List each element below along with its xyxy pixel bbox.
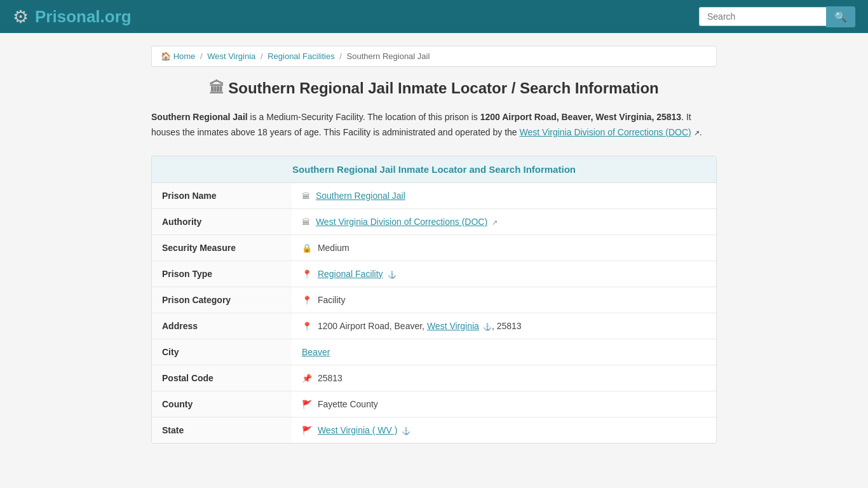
label-address: Address — [152, 313, 292, 339]
address-icon: 📍 — [302, 322, 312, 331]
postal-icon: 📌 — [302, 374, 312, 383]
value-state: 🚩 West Virginia ( WV ) ⚓ — [292, 417, 716, 443]
search-input[interactable] — [699, 7, 826, 26]
table-row: Prison Name 🏛 Southern Regional Jail — [152, 183, 716, 209]
desc-text1: is a Medium-Security Facility. The locat… — [248, 112, 480, 122]
page-title: 🏛Southern Regional Jail Inmate Locator /… — [151, 79, 717, 97]
security-value: Medium — [318, 243, 349, 253]
home-icon: 🏠 — [161, 51, 171, 61]
prison-type-anchor: ⚓ — [388, 271, 397, 278]
label-state: State — [152, 417, 292, 443]
description-section: Southern Regional Jail is a Medium-Secur… — [151, 110, 717, 140]
prison-type-icon: 📍 — [302, 269, 312, 279]
site-header: ⚙ Prisonal.org 🔍 — [0, 0, 868, 33]
prison-category-value: Facility — [318, 295, 346, 305]
label-prison-type: Prison Type — [152, 261, 292, 287]
prison-title-icon: 🏛 — [209, 79, 224, 97]
state-icon: 🚩 — [302, 426, 312, 435]
logo-main: Prisonal — [35, 7, 100, 26]
breadcrumb-home-link[interactable]: Home — [173, 51, 196, 61]
label-city: City — [152, 339, 292, 365]
breadcrumb-separator: / — [339, 51, 342, 61]
state-anchor: ⚓ — [402, 427, 410, 435]
ext-link-icon: ↗ — [694, 129, 700, 137]
info-table-body: Prison Name 🏛 Southern Regional Jail Aut… — [152, 183, 716, 443]
table-row: Security Measure 🔒 Medium — [152, 234, 716, 261]
value-prison-type: 📍 Regional Facility ⚓ — [292, 261, 716, 287]
breadcrumb-separator: / — [261, 51, 263, 61]
authority-icon: 🏛 — [302, 217, 310, 227]
address-text1: 1200 Airport Road, Beaver, — [318, 321, 427, 331]
label-security-measure: Security Measure — [152, 234, 292, 261]
value-address: 📍 1200 Airport Road, Beaver, West Virgin… — [292, 313, 716, 339]
authority-link[interactable]: West Virginia Division of Corrections (D… — [316, 217, 487, 227]
breadcrumb-separator: / — [200, 51, 203, 61]
search-area: 🔍 — [699, 6, 855, 27]
label-county: County — [152, 391, 292, 417]
logo-area: ⚙ Prisonal.org — [13, 6, 132, 27]
table-row: Postal Code 📌 25813 — [152, 365, 716, 391]
breadcrumb: 🏠 Home / West Virginia / Regional Facili… — [151, 46, 717, 67]
county-icon: 🚩 — [302, 400, 312, 409]
info-section-header: Southern Regional Jail Inmate Locator an… — [152, 156, 716, 183]
label-authority: Authority — [152, 208, 292, 234]
label-prison-name: Prison Name — [152, 183, 292, 209]
table-row: County 🚩 Fayette County — [152, 391, 716, 417]
breadcrumb-current: Southern Regional Jail — [347, 51, 430, 61]
authority-link[interactable]: West Virginia Division of Corrections (D… — [520, 127, 691, 137]
main-content: 🏠 Home / West Virginia / Regional Facili… — [142, 46, 726, 444]
info-table: Prison Name 🏛 Southern Regional Jail Aut… — [152, 183, 716, 443]
logo-ext: .org — [100, 7, 132, 26]
breadcrumb-state-link[interactable]: West Virginia — [207, 51, 255, 61]
table-row: City Beaver — [152, 339, 716, 365]
address-state-link[interactable]: West Virginia — [427, 321, 479, 331]
logo-icon: ⚙ — [13, 6, 29, 27]
county-value: Fayette County — [318, 399, 378, 409]
security-icon: 🔒 — [302, 243, 312, 253]
value-security-measure: 🔒 Medium — [292, 234, 716, 261]
page-title-section: 🏛Southern Regional Jail Inmate Locator /… — [151, 79, 717, 97]
state-link[interactable]: West Virginia ( WV ) — [318, 425, 398, 435]
value-postal-code: 📌 25813 — [292, 365, 716, 391]
breadcrumb-type-link[interactable]: Regional Facilities — [268, 51, 335, 61]
value-prison-category: 📍 Facility — [292, 287, 716, 313]
value-county: 🚩 Fayette County — [292, 391, 716, 417]
prison-category-icon: 📍 — [302, 295, 312, 305]
prison-name-link[interactable]: Southern Regional Jail — [316, 191, 405, 201]
city-link[interactable]: Beaver — [302, 347, 330, 357]
prison-name-icon: 🏛 — [302, 191, 310, 201]
authority-ext-icon: ↗ — [492, 219, 498, 226]
value-city: Beaver — [292, 339, 716, 365]
label-prison-category: Prison Category — [152, 287, 292, 313]
address-bold: 1200 Airport Road, Beaver, West Virginia… — [480, 112, 681, 122]
table-row: Prison Type 📍 Regional Facility ⚓ — [152, 261, 716, 287]
facility-name-bold: Southern Regional Jail — [151, 112, 248, 122]
address-anchor: ⚓ — [481, 323, 492, 330]
value-prison-name: 🏛 Southern Regional Jail — [292, 183, 716, 209]
logo-text: Prisonal.org — [35, 7, 132, 27]
search-button[interactable]: 🔍 — [826, 6, 855, 27]
label-postal-code: Postal Code — [152, 365, 292, 391]
table-row: Address 📍 1200 Airport Road, Beaver, Wes… — [152, 313, 716, 339]
table-row: State 🚩 West Virginia ( WV ) ⚓ — [152, 417, 716, 443]
info-section: Southern Regional Jail Inmate Locator an… — [151, 156, 717, 444]
desc-text3: . — [700, 127, 702, 137]
table-row: Prison Category 📍 Facility — [152, 287, 716, 313]
address-zip: , 25813 — [492, 321, 522, 331]
table-row: Authority 🏛 West Virginia Division of Co… — [152, 208, 716, 234]
value-authority: 🏛 West Virginia Division of Corrections … — [292, 208, 716, 234]
postal-value: 25813 — [318, 373, 342, 383]
prison-type-link[interactable]: Regional Facility — [318, 269, 383, 279]
